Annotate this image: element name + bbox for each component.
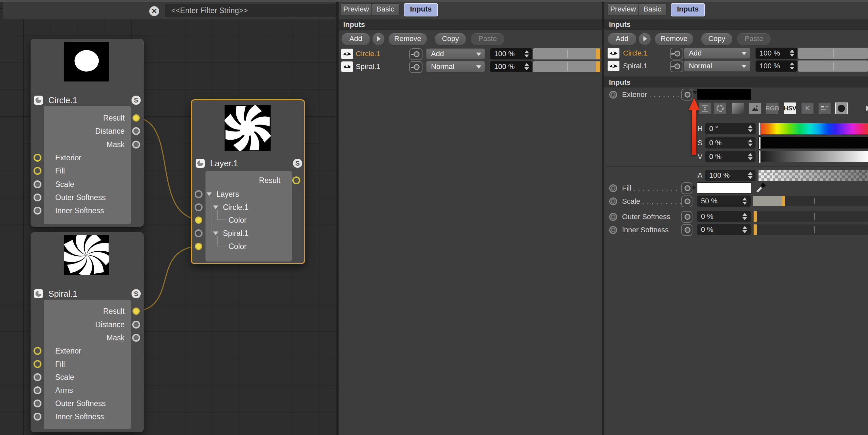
connect-icon[interactable]	[409, 61, 423, 73]
input-port-arms[interactable]	[34, 387, 41, 394]
output-port-result[interactable]	[132, 114, 140, 122]
compact-mode-icon[interactable]	[699, 102, 711, 114]
eyedropper-icon[interactable]	[755, 181, 767, 193]
layer-name[interactable]: Circle.1	[356, 48, 380, 60]
node-spiral[interactable]: Spiral.1 S Result Distance Mask Exterior…	[31, 232, 144, 432]
kelvin-mode-button[interactable]: K	[801, 102, 814, 114]
input-port-spiral1[interactable]	[195, 229, 203, 237]
spectrum-mode-icon[interactable]	[732, 102, 744, 114]
layer-name[interactable]: Circle.1	[623, 47, 648, 59]
outer-softness-slider[interactable]	[753, 211, 868, 222]
more-modes-arrow-icon[interactable]	[866, 105, 868, 112]
stepper-icon[interactable]	[524, 50, 529, 58]
param-port-fill[interactable]	[609, 184, 617, 192]
scale-slider[interactable]	[753, 196, 868, 206]
twirl-down-icon[interactable]	[213, 206, 218, 209]
input-port-outer-softness[interactable]	[34, 400, 41, 407]
stepper-icon[interactable]	[748, 172, 753, 179]
param-port-outer-softness[interactable]	[609, 213, 617, 221]
node-circle[interactable]: Circle.1 S Result Distance Mask Exterior…	[31, 39, 144, 227]
opacity-slider[interactable]	[533, 48, 600, 60]
hue-bar[interactable]	[758, 123, 868, 134]
copy-button[interactable]: Copy	[701, 33, 733, 45]
twirl-down-icon[interactable]	[213, 232, 218, 235]
mixer-mode-icon[interactable]	[818, 102, 831, 114]
stepper-icon[interactable]	[524, 63, 529, 70]
output-port-distance[interactable]	[132, 321, 140, 329]
stepper-icon[interactable]	[742, 197, 747, 205]
stepper-icon[interactable]	[742, 213, 747, 220]
param-port-exterior[interactable]	[609, 91, 617, 99]
visibility-eye-icon[interactable]	[608, 61, 619, 71]
node-layer[interactable]: Layer.1 S Result Layers Circle.1 Color S…	[191, 99, 305, 264]
input-port-spiral-color[interactable]	[195, 243, 202, 250]
layer-name[interactable]: Spiral.1	[356, 61, 380, 72]
add-button[interactable]: Add	[608, 33, 637, 45]
stepper-icon[interactable]	[790, 49, 794, 57]
output-port-mask[interactable]	[132, 141, 140, 148]
solo-badge[interactable]: S	[131, 96, 141, 105]
blend-mode-select[interactable]: Normal	[684, 61, 750, 72]
connect-icon[interactable]	[681, 182, 692, 194]
param-port-inner-softness[interactable]	[609, 226, 617, 234]
output-port-distance[interactable]	[132, 127, 140, 135]
stepper-icon[interactable]	[748, 153, 753, 160]
picture-mode-icon[interactable]	[749, 102, 762, 114]
remove-button[interactable]: Remove	[655, 33, 693, 45]
tab-inputs[interactable]: Inputs	[671, 3, 705, 16]
twirl-down-icon[interactable]	[207, 193, 212, 196]
stepper-icon[interactable]	[790, 62, 794, 70]
solo-badge[interactable]: S	[293, 159, 302, 168]
hsv-mode-button[interactable]: HSV	[784, 102, 796, 114]
node-graph-canvas[interactable]: ✕ <<Enter Filter String>> Circle.1 S Res…	[0, 0, 336, 435]
input-port-inner-softness[interactable]	[34, 413, 41, 421]
output-port-result[interactable]	[292, 176, 300, 184]
visibility-eye-icon[interactable]	[341, 48, 353, 59]
param-port-scale[interactable]	[609, 197, 617, 205]
swatches-mode-icon[interactable]	[835, 102, 848, 114]
visibility-eye-icon[interactable]	[341, 61, 353, 72]
stepper-icon[interactable]	[742, 226, 747, 233]
value-bar[interactable]	[758, 151, 868, 162]
layer-name[interactable]: Spiral.1	[623, 61, 648, 72]
connect-icon[interactable]	[681, 211, 692, 223]
opacity-slider[interactable]	[798, 61, 868, 72]
saturation-bar[interactable]	[758, 137, 868, 148]
add-button[interactable]: Add	[341, 33, 370, 45]
connect-icon[interactable]	[670, 47, 683, 60]
output-port-result[interactable]	[132, 307, 140, 315]
connect-icon[interactable]	[681, 196, 692, 207]
color-wheel-icon[interactable]	[714, 102, 726, 114]
rgb-mode-button[interactable]: RGB	[766, 102, 779, 114]
input-port-layers[interactable]	[195, 190, 203, 198]
tab-basic[interactable]: Basic	[638, 3, 666, 16]
inner-softness-slider[interactable]	[753, 224, 868, 235]
input-port-circle1[interactable]	[195, 203, 203, 211]
tab-preview[interactable]: Preview	[341, 3, 372, 16]
opacity-slider[interactable]	[533, 61, 600, 72]
copy-button[interactable]: Copy	[435, 33, 466, 45]
exterior-color-swatch[interactable]	[697, 89, 751, 100]
tab-inputs[interactable]: Inputs	[404, 3, 438, 16]
tab-basic[interactable]: Basic	[371, 3, 400, 16]
input-port-scale[interactable]	[34, 373, 41, 381]
tab-preview[interactable]: Preview	[608, 3, 639, 16]
input-port-scale[interactable]	[34, 180, 41, 188]
input-port-fill[interactable]	[34, 360, 41, 368]
connect-icon[interactable]	[681, 224, 692, 236]
input-port-exterior[interactable]	[34, 154, 41, 162]
add-menu-button[interactable]	[639, 33, 651, 45]
stepper-icon[interactable]	[748, 125, 753, 132]
alpha-bar[interactable]	[758, 170, 868, 181]
stepper-icon[interactable]	[748, 139, 753, 146]
input-port-outer-softness[interactable]	[34, 194, 41, 201]
opacity-slider[interactable]	[798, 47, 868, 59]
output-port-mask[interactable]	[132, 334, 140, 342]
remove-button[interactable]: Remove	[388, 33, 427, 45]
visibility-eye-icon[interactable]	[608, 48, 619, 59]
blend-mode-select[interactable]: Add	[684, 47, 750, 59]
fill-color-swatch[interactable]	[697, 182, 751, 194]
color-collapse-icon[interactable]	[692, 185, 696, 190]
connect-icon[interactable]	[409, 48, 423, 60]
connect-icon[interactable]	[670, 61, 683, 72]
